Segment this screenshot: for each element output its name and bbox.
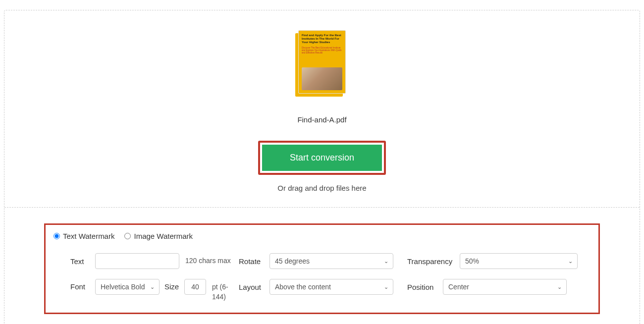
start-conversion-button[interactable]: Start conversion: [262, 145, 382, 171]
size-label: Size: [164, 279, 179, 291]
rotate-label: Rotate: [239, 257, 265, 266]
size-input[interactable]: [184, 279, 206, 295]
text-watermark-option[interactable]: Text Watermark: [54, 232, 114, 240]
image-watermark-option[interactable]: Image Watermark: [124, 232, 193, 240]
options-section: Text Watermark Image Watermark Text 120 …: [4, 208, 640, 324]
text-watermark-label: Text Watermark: [63, 232, 114, 240]
watermark-options-highlight: Text Watermark Image Watermark Text 120 …: [44, 223, 600, 314]
thumb-image: [302, 67, 342, 90]
text-watermark-radio[interactable]: [54, 233, 60, 239]
form-row-1: Text 120 chars max Rotate 45 degrees ⌄: [70, 253, 590, 269]
layout-label: Layout: [239, 283, 265, 291]
form-row-2: Font Helvetica Bold ⌄ Size pt (6-144) La…: [70, 279, 590, 302]
size-hint: pt (6-144): [212, 279, 237, 302]
thumb-card: Find and Apply For the Best Institutes I…: [298, 30, 346, 94]
start-button-highlight: Start conversion: [258, 141, 386, 175]
transparency-label: Transparency: [407, 257, 455, 266]
thumb-subtitle: Discover The Best Educational Institute …: [302, 47, 342, 54]
position-select[interactable]: Center: [443, 279, 567, 295]
layout-select[interactable]: Above the content: [269, 279, 393, 295]
text-hint: 120 chars max: [185, 256, 231, 266]
file-name: Find-and-A.pdf: [14, 115, 630, 124]
font-label: Font: [70, 279, 90, 291]
file-thumbnail[interactable]: Find and Apply For the Best Institutes I…: [298, 30, 346, 94]
transparency-select[interactable]: 50%: [460, 253, 578, 269]
rotate-select[interactable]: 45 degrees: [269, 253, 393, 269]
form-rows: Text 120 chars max Rotate 45 degrees ⌄: [54, 253, 590, 302]
image-watermark-label: Image Watermark: [134, 232, 193, 240]
position-label: Position: [407, 283, 438, 291]
image-watermark-radio[interactable]: [124, 233, 131, 239]
thumb-title: Find and Apply For the Best Institutes I…: [302, 34, 342, 45]
text-input[interactable]: [95, 253, 179, 269]
main-panel: Find and Apply For the Best Institutes I…: [4, 10, 640, 324]
drag-drop-hint: Or drag and drop files here: [14, 184, 630, 192]
text-label: Text: [70, 257, 90, 266]
upload-area[interactable]: Find and Apply For the Best Institutes I…: [4, 10, 640, 208]
font-select[interactable]: Helvetica Bold: [95, 279, 160, 295]
watermark-type-row: Text Watermark Image Watermark: [54, 232, 590, 240]
